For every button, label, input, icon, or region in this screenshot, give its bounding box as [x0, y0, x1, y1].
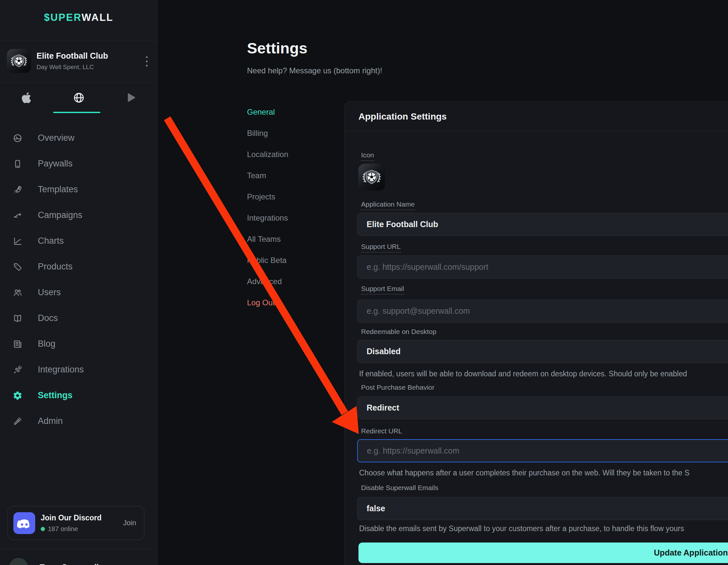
- sidebar-item-integrations[interactable]: Integrations: [0, 357, 157, 383]
- gauge-icon: [12, 133, 23, 143]
- sidebar-item-label: Docs: [38, 313, 58, 323]
- discord-title: Join Our Discord: [41, 514, 102, 522]
- tab-google-play[interactable]: [105, 82, 157, 113]
- redeemable-label: Redeemable on Desktop: [361, 328, 436, 336]
- disable-emails-value: false: [367, 504, 385, 513]
- disable-emails-label: Disable Superwall Emails: [361, 484, 438, 492]
- settings-nav-localization[interactable]: Localization: [247, 144, 288, 165]
- panel-header: Application Settings: [345, 102, 728, 131]
- divider: [0, 549, 157, 549]
- sidebar-item-campaigns[interactable]: Campaigns: [0, 202, 157, 228]
- workspace-menu-icon[interactable]: [142, 53, 151, 69]
- split-arrow-icon: [12, 210, 23, 221]
- gavel-icon: [12, 416, 23, 427]
- tab-apple[interactable]: [0, 82, 52, 113]
- application-name-label: Application Name: [361, 200, 415, 210]
- sidebar-item-settings[interactable]: Settings: [0, 383, 157, 408]
- gear-icon: [12, 390, 23, 401]
- post-purchase-label: Post Purchase Behavior: [361, 384, 434, 391]
- book-icon: [12, 313, 23, 324]
- settings-nav-billing[interactable]: Billing: [247, 123, 288, 144]
- sidebar-item-label: Products: [38, 262, 73, 272]
- discord-online-count: 187 online: [48, 525, 78, 533]
- redeemable-value: Disabled: [367, 347, 400, 356]
- discord-icon: [13, 512, 35, 534]
- google-play-icon: [126, 92, 137, 103]
- redirect-url-label: Redirect URL: [361, 427, 402, 435]
- sidebar-item-label: Blog: [38, 339, 55, 349]
- sidebar-item-label: Templates: [38, 184, 78, 195]
- redirect-url-input[interactable]: [357, 439, 728, 462]
- platform-tabs: [0, 82, 157, 113]
- sidebar-item-label: Overview: [38, 133, 75, 143]
- sidebar-item-admin[interactable]: Admin: [0, 408, 157, 434]
- tag-icon: [12, 262, 23, 272]
- rocket-icon: [12, 184, 23, 195]
- application-settings-panel: Application Settings Icon Application Na…: [344, 101, 728, 565]
- plug-icon: [12, 365, 23, 375]
- settings-nav-log-out[interactable]: Log Out: [247, 292, 288, 313]
- users-icon: [12, 287, 23, 298]
- phone-icon: [12, 159, 23, 169]
- sidebar-item-overview[interactable]: Overview: [0, 125, 157, 151]
- sidebar-item-docs[interactable]: Docs: [0, 305, 157, 331]
- support-url-label: Support URL: [361, 243, 400, 253]
- sidebar-item-label: Charts: [38, 236, 64, 246]
- page-title: Settings: [247, 39, 307, 57]
- sidebar-item-paywalls[interactable]: Paywalls: [0, 151, 157, 177]
- online-dot-icon: [41, 527, 45, 531]
- discord-card[interactable]: Join Our Discord 187 online Join: [7, 506, 144, 540]
- disable-emails-help: Disable the emails sent by Superwall to …: [359, 524, 684, 533]
- sidebar-item-users[interactable]: Users: [0, 280, 157, 305]
- workspace-org: Day Well Spent, LLC: [36, 64, 94, 71]
- support-email-input[interactable]: [357, 299, 728, 323]
- active-tab-underline: [53, 112, 100, 113]
- settings-nav-advanced[interactable]: Advanced: [247, 271, 288, 292]
- account-row[interactable]: Team Superwall: [9, 558, 99, 565]
- sidebar-item-label: Admin: [38, 416, 63, 426]
- superwall-logo: $UPERWALL: [0, 12, 157, 23]
- app-icon: [7, 49, 31, 73]
- apple-icon: [21, 92, 32, 104]
- disable-emails-select[interactable]: false: [357, 497, 728, 520]
- application-name-input[interactable]: [357, 213, 728, 236]
- sidebar-item-label: Settings: [38, 390, 73, 400]
- discord-join-button[interactable]: Join: [123, 519, 136, 527]
- sidebar-item-label: Campaigns: [38, 210, 82, 220]
- app-icon[interactable]: [358, 163, 386, 191]
- tab-web[interactable]: [52, 82, 105, 113]
- icon-label: Icon: [361, 151, 374, 161]
- workspace-name: Elite Football Club: [36, 51, 108, 61]
- post-purchase-select[interactable]: Redirect: [357, 396, 728, 419]
- newspaper-icon: [12, 339, 23, 349]
- settings-nav-all-teams[interactable]: All Teams: [247, 228, 288, 250]
- settings-nav-projects[interactable]: Projects: [247, 186, 288, 207]
- settings-nav-integrations[interactable]: Integrations: [247, 207, 288, 228]
- support-email-label: Support Email: [361, 285, 404, 295]
- settings-nav-team[interactable]: Team: [247, 165, 288, 186]
- support-url-input[interactable]: [357, 255, 728, 279]
- discord-online: 187 online: [41, 525, 78, 533]
- sidebar-item-charts[interactable]: Charts: [0, 228, 157, 254]
- redirect-url-help: Choose what happens after a user complet…: [359, 469, 690, 477]
- sidebar-item-blog[interactable]: Blog: [0, 331, 157, 357]
- globe-icon: [73, 92, 85, 104]
- redeemable-select[interactable]: Disabled: [357, 340, 728, 363]
- sidebar-item-label: Integrations: [38, 365, 84, 375]
- panel-title: Application Settings: [358, 111, 447, 122]
- workspace-switcher[interactable]: Elite Football Club Day Well Spent, LLC: [0, 40, 157, 82]
- account-name: Team Superwall: [40, 563, 99, 565]
- post-purchase-value: Redirect: [367, 403, 399, 413]
- settings-nav-public-beta[interactable]: Public Beta: [247, 250, 288, 271]
- logo-rest: WALL: [81, 12, 113, 23]
- redeemable-help: If enabled, users will be able to downlo…: [359, 369, 687, 378]
- sidebar-item-templates[interactable]: Templates: [0, 177, 157, 202]
- settings-nav-general[interactable]: General: [247, 101, 288, 123]
- avatar: [9, 558, 28, 565]
- chart-icon: [12, 236, 23, 246]
- settings-nav: General Billing Localization Team Projec…: [247, 101, 288, 313]
- sidebar-item-products[interactable]: Products: [0, 254, 157, 280]
- logo-accent: $UPER: [44, 12, 81, 23]
- update-application-button[interactable]: Update Application: [358, 543, 728, 563]
- sidebar-nav: Overview Paywalls Templates: [0, 125, 157, 434]
